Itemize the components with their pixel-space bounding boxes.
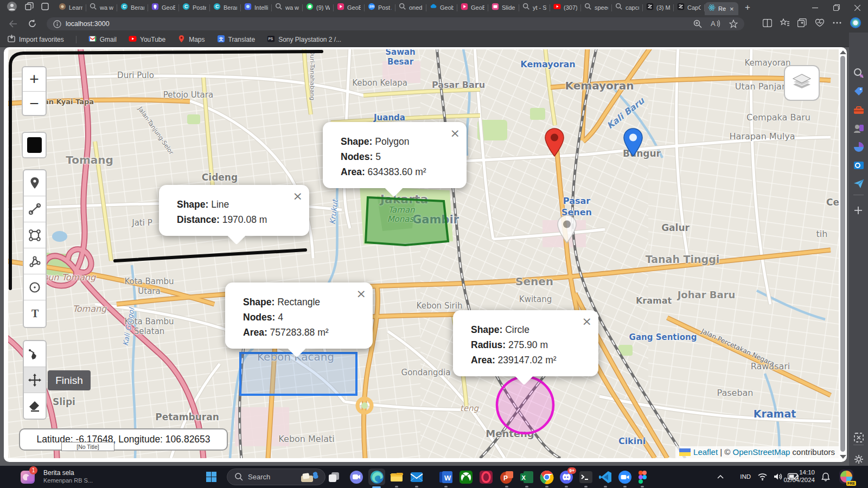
- drawn-polygon[interactable]: [366, 197, 448, 245]
- browser-tab-slide-s[interactable]: Slide S: [488, 2, 519, 14]
- refresh-icon[interactable]: [28, 20, 36, 28]
- widgets-icon[interactable]: 1: [20, 468, 37, 486]
- taskbar-app-chrome[interactable]: [539, 470, 554, 484]
- browser-tab-wa-web[interactable]: wa web: [86, 2, 117, 14]
- new-tab-button[interactable]: +: [738, 0, 757, 15]
- split-screen-icon[interactable]: [763, 19, 772, 27]
- sidebar-people-icon[interactable]: [852, 122, 865, 134]
- browser-tab--307-y[interactable]: (307) Y: [550, 2, 580, 14]
- browser-tab-post-at[interactable]: zmPost At: [365, 2, 395, 14]
- browser-tab-capcu[interactable]: CapCu: [674, 2, 704, 14]
- workspaces-icon[interactable]: [25, 2, 34, 13]
- back-icon[interactable]: [9, 20, 17, 28]
- taskbar-app-xbox[interactable]: [458, 470, 473, 484]
- copilot-icon[interactable]: [850, 17, 861, 29]
- browser-tab-capcut[interactable]: capcut: [612, 2, 642, 14]
- taskbar-app-terminal[interactable]: [578, 470, 593, 484]
- drawn-rectangle[interactable]: [240, 353, 356, 395]
- browser-tab-wa-wel[interactable]: wa wel: [272, 2, 302, 14]
- eraser-tool[interactable]: [24, 393, 46, 419]
- zoom-in-button[interactable]: +: [23, 67, 46, 92]
- popup-close-icon[interactable]: ×: [356, 287, 366, 300]
- zoom-page-icon[interactable]: [693, 20, 702, 28]
- taskbar-app-figma[interactable]: [635, 470, 649, 484]
- sidebar-drop-icon[interactable]: [852, 177, 865, 190]
- text-tool[interactable]: T: [24, 300, 46, 326]
- map-marker-0[interactable]: [544, 128, 565, 159]
- url-input[interactable]: localhost:3000 A: [47, 17, 744, 30]
- favorite-maps[interactable]: Maps: [177, 35, 205, 44]
- browser-tab-geobe[interactable]: GeoBe: [457, 2, 488, 14]
- site-info-icon[interactable]: [53, 20, 61, 28]
- sidebar-outlook-icon[interactable]: [852, 159, 865, 171]
- sidebar-toolbox-icon[interactable]: [852, 104, 865, 116]
- browser-tab-berand[interactable]: CBerand: [210, 2, 240, 14]
- sidebar-gear-icon[interactable]: [852, 453, 865, 465]
- browser-tab-onedri[interactable]: onedri: [395, 2, 426, 14]
- favorite-translate[interactable]: 文Translate: [217, 35, 256, 44]
- taskbar-app-mail[interactable]: [409, 470, 424, 484]
- favorite-gmail[interactable]: Gmail: [88, 35, 117, 44]
- sidebar-snip-icon[interactable]: [852, 431, 865, 444]
- screen-recorder-icon[interactable]: FRE: [839, 469, 854, 484]
- taskbar-app-explorer[interactable]: [389, 470, 404, 484]
- widget-headline[interactable]: Berita sela: [43, 469, 74, 477]
- sidebar-designer-icon[interactable]: [852, 140, 865, 153]
- polyline-tool[interactable]: [24, 196, 46, 222]
- taskbar-app-word[interactable]: W: [438, 470, 453, 484]
- browser-tab-re[interactable]: Re×: [705, 2, 738, 15]
- map-marker-1[interactable]: [623, 128, 643, 159]
- browser-tab-geobe[interactable]: GeoBe: [148, 2, 178, 14]
- browser-tab-speedt[interactable]: speedt: [581, 2, 611, 14]
- taskbar-app-discord[interactable]: 9+: [559, 470, 573, 484]
- browser-tab-geobe[interactable]: GeoBe: [334, 2, 364, 14]
- window-restore-button[interactable]: [826, 0, 847, 15]
- sidebar-search-icon[interactable]: [852, 67, 865, 79]
- map-marker-2[interactable]: [557, 215, 577, 246]
- notification-bell-icon[interactable]: [821, 472, 830, 481]
- clock-time[interactable]: 14:10: [799, 469, 815, 476]
- scroll-up-arrow[interactable]: [840, 50, 846, 54]
- settings-more-icon[interactable]: [833, 22, 841, 24]
- drawn-line[interactable]: [115, 250, 305, 261]
- osm-link[interactable]: OpenStreetMap: [733, 447, 790, 457]
- favorite-sony-playstation-2-[interactable]: PSSony Playstation 2 /...: [267, 35, 341, 44]
- read-aloud-icon[interactable]: A: [711, 20, 720, 28]
- language-indicator[interactable]: IND: [740, 473, 751, 480]
- taskbar-app-excel[interactable]: X: [519, 470, 534, 484]
- popup-close-icon[interactable]: ×: [582, 314, 592, 328]
- start-button[interactable]: [206, 472, 216, 484]
- taskbar-app-vscode[interactable]: [598, 470, 612, 484]
- popup-close-icon[interactable]: ×: [450, 126, 460, 140]
- scrollbar-thumb[interactable]: [840, 56, 845, 452]
- color-picker-control[interactable]: [22, 132, 47, 158]
- sidebar-tag-icon[interactable]: [852, 85, 865, 98]
- zoom-out-button[interactable]: −: [23, 92, 46, 115]
- browser-tab-intellig[interactable]: Intellig: [241, 2, 271, 14]
- browser-tab-poster[interactable]: CPoster: [179, 2, 209, 14]
- taskbar-app-edge[interactable]: [368, 468, 385, 485]
- profile-avatar-icon[interactable]: [7, 1, 17, 14]
- browser-essentials-icon[interactable]: [815, 18, 825, 27]
- marker-tool[interactable]: [24, 170, 46, 196]
- wifi-icon[interactable]: [758, 473, 767, 480]
- collections-icon[interactable]: [797, 18, 807, 27]
- popup-close-icon[interactable]: ×: [293, 189, 303, 203]
- favorite-youtube[interactable]: YouTube: [129, 35, 165, 44]
- window-minimize-button[interactable]: [805, 0, 826, 15]
- browser-tab--9-wh[interactable]: (9) Wh: [303, 2, 333, 14]
- task-view-icon[interactable]: [328, 471, 341, 486]
- taskbar-search[interactable]: Search: [227, 468, 326, 485]
- leaflet-link[interactable]: Leaflet: [693, 447, 718, 457]
- browser-tab-yt-se[interactable]: yt - Se: [519, 2, 550, 14]
- sidebar-plus-icon[interactable]: [852, 204, 865, 217]
- polygon-tool[interactable]: [24, 222, 46, 248]
- tab-actions-icon[interactable]: [41, 3, 49, 12]
- browser-tab-learnin[interactable]: Learnin: [55, 2, 86, 14]
- favorite-import-favorites[interactable]: Import favorites: [8, 35, 64, 44]
- tray-expand-icon[interactable]: [717, 474, 724, 479]
- clock-date[interactable]: 02/04/2024: [783, 477, 815, 483]
- window-close-button[interactable]: [847, 0, 868, 15]
- favorite-star-icon[interactable]: [729, 20, 738, 28]
- volume-icon[interactable]: [774, 473, 782, 480]
